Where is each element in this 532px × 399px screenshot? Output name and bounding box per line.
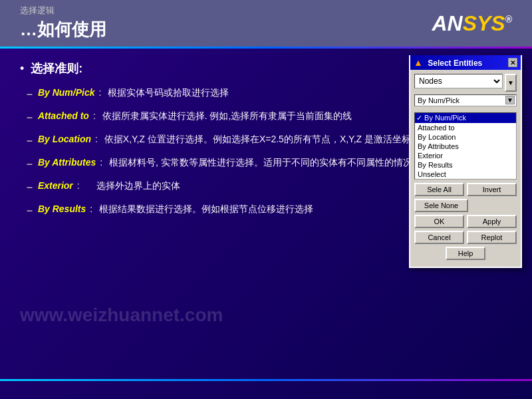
- dialog-titlebar: ▲ Select Entities ✕: [410, 55, 521, 70]
- list-option-bylocation[interactable]: By Location: [415, 132, 516, 142]
- logo-reg: ®: [505, 14, 512, 25]
- button-row-5: Help: [414, 247, 517, 260]
- list-option-byattributes[interactable]: By Attributes: [415, 142, 516, 151]
- item-key: By Num/Pick: [38, 86, 95, 100]
- list-option-exterior[interactable]: Exterior: [415, 151, 516, 160]
- dash-icon: –: [27, 179, 33, 196]
- list-option-byresults[interactable]: By Results: [415, 160, 516, 170]
- subtitle-large: …如何使用: [20, 18, 106, 41]
- item-key: Exterior: [38, 179, 73, 193]
- ok-button[interactable]: OK: [414, 215, 464, 228]
- main-content: • 选择准则: – By Num/Pick: 根据实体号码或拾取进行选择 – A…: [0, 49, 532, 379]
- dialog-close-button[interactable]: ✕: [508, 58, 517, 67]
- dialog-icon: ▲: [414, 57, 423, 68]
- bullet-dot: •: [20, 62, 24, 76]
- item-key: By Location: [38, 132, 91, 146]
- colon: :: [100, 156, 102, 170]
- item-content: By Attributes: 根据材料号, 实常数等属性进行选择。适用于不同的实…: [38, 156, 422, 172]
- item-key: By Attributes: [38, 156, 96, 170]
- subtitle-small: 选择逻辑: [20, 5, 106, 17]
- button-row-3: OK Apply: [414, 215, 517, 228]
- invert-button[interactable]: Invert: [467, 183, 517, 196]
- colon: :: [95, 132, 98, 146]
- cancel-button[interactable]: Cancel: [414, 231, 464, 244]
- logo-sys: SYS: [463, 11, 505, 35]
- list-option-unselect[interactable]: Unselect: [415, 170, 516, 179]
- item-key: Attached to: [38, 109, 89, 123]
- dialog-title-group: ▲ Select Entities: [414, 57, 482, 68]
- list-option-attachedto[interactable]: Attached to: [415, 123, 516, 132]
- bottom-area: [0, 379, 532, 399]
- dialog-body: Nodes ▼ By Num/Pick ▼ ✓ By Num/Pick Atta…: [410, 70, 521, 267]
- item-text: 根据结果数据进行选择。例如根据节点位移进行选择: [96, 202, 313, 216]
- bottom-divider: [0, 379, 532, 381]
- dash-icon: –: [27, 109, 33, 126]
- button-row-2: Sele None: [414, 199, 517, 212]
- bullet-title: 选择准则:: [31, 61, 82, 76]
- method-list[interactable]: ✓ By Num/Pick Attached to By Location By…: [414, 112, 517, 180]
- method-dropdown[interactable]: By Num/Pick ▼: [414, 94, 517, 106]
- apply-button[interactable]: Apply: [467, 215, 517, 228]
- select-entities-dialog: ▲ Select Entities ✕ Nodes ▼ By Num/Pick …: [409, 55, 522, 268]
- entity-type-select[interactable]: Nodes: [414, 74, 503, 88]
- colon: :: [93, 109, 96, 123]
- item-text: 选择外边界上的实体: [84, 179, 180, 193]
- item-text: 根据材料号, 实常数等属性进行选择。适用于不同的实体有不同属性的情况。: [106, 156, 422, 170]
- dropdown-arrow: ▼: [505, 96, 515, 104]
- method-value: By Num/Pick: [418, 96, 460, 104]
- item-content: Exterior: 选择外边界上的实体: [38, 179, 180, 196]
- entity-dropdown-arrow[interactable]: ▼: [505, 74, 517, 92]
- list-option-bynumpick[interactable]: ✓ By Num/Pick: [415, 113, 516, 123]
- colon: :: [90, 202, 92, 216]
- header-text: 选择逻辑 …如何使用: [20, 5, 106, 41]
- colon: :: [99, 86, 102, 100]
- button-row-1: Sele All Invert: [414, 183, 517, 196]
- replot-button[interactable]: Replot: [467, 231, 517, 244]
- help-button[interactable]: Help: [446, 247, 485, 260]
- dash-icon: –: [27, 132, 33, 149]
- logo-an: AN: [432, 11, 462, 35]
- item-key: By Results: [38, 202, 86, 216]
- top-bar: 选择逻辑 …如何使用 ANSYS®: [0, 0, 532, 47]
- dash-icon: –: [27, 202, 33, 219]
- colon: :: [77, 179, 80, 193]
- dash-icon: –: [27, 156, 33, 172]
- item-content: By Results: 根据结果数据进行选择。例如根据节点位移进行选择: [38, 202, 313, 219]
- item-content: By Num/Pick: 根据实体号码或拾取进行选择: [38, 86, 229, 102]
- item-content: Attached to: 依据所隶属实体进行选择. 例如,选择所有隶属于当前面集…: [38, 109, 352, 126]
- dash-icon: –: [27, 86, 33, 102]
- sele-all-button[interactable]: Sele All: [414, 183, 464, 196]
- sele-none-button[interactable]: Sele None: [414, 199, 468, 212]
- button-row-4: Cancel Replot: [414, 231, 517, 244]
- item-text: 根据实体号码或拾取进行选择: [105, 86, 229, 100]
- item-text: 依据所隶属实体进行选择. 例如,选择所有隶属于当前面集的线: [100, 109, 352, 123]
- ansys-logo: ANSYS®: [432, 11, 512, 36]
- dialog-title: Select Entities: [428, 59, 482, 68]
